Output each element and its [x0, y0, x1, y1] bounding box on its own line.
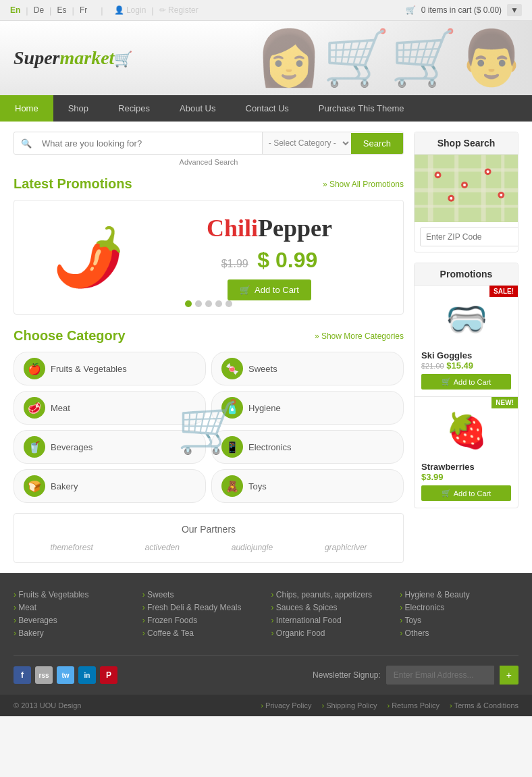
carousel-dots[interactable]: [185, 300, 232, 307]
footer-sauces[interactable]: Sauces & Spices: [271, 603, 390, 612]
hygiene-icon: 🧴: [221, 397, 243, 419]
footer-intl-food[interactable]: International Food: [271, 616, 390, 625]
promo-add-to-cart[interactable]: 🛒 Add to Cart: [228, 279, 311, 300]
partner-graphicriver: graphicriver: [325, 543, 367, 552]
footer-fruits-veg[interactable]: Fruits & Vegetables: [14, 590, 132, 599]
promo-product-image: 🌶️: [28, 223, 149, 291]
goggles-add-to-cart[interactable]: 🛒 Add to Cart: [421, 374, 511, 390]
facebook-icon[interactable]: f: [14, 666, 31, 684]
promotions-title: Latest Promotions: [14, 176, 132, 192]
lang-fr[interactable]: Fr: [80, 5, 87, 15]
category-bakery[interactable]: 🍞 Bakery: [14, 469, 206, 503]
category-electronics[interactable]: 📱 Electronics: [211, 430, 404, 464]
logo[interactable]: Supermarket🛒: [14, 47, 132, 69]
footer-sweets[interactable]: Sweets: [142, 590, 261, 599]
cart-icon-strawberries: 🛒: [442, 489, 451, 498]
zip-input[interactable]: [420, 227, 518, 246]
svg-rect-5: [415, 168, 518, 171]
sweets-label: Sweets: [248, 364, 277, 374]
category-select[interactable]: - Select Category -: [262, 132, 351, 154]
nav-shop[interactable]: Shop: [53, 95, 103, 122]
main-wrapper: 🔍 - Select Category - Search Advanced Se…: [0, 122, 532, 573]
content-area: 🔍 - Select Category - Search Advanced Se…: [0, 122, 532, 573]
rss-icon[interactable]: rss: [35, 666, 53, 684]
svg-point-17: [500, 194, 502, 196]
promo-product-name: ChiliPepper: [149, 214, 390, 242]
pinterest-icon[interactable]: P: [100, 666, 117, 684]
footer-chips[interactable]: Chips, peanuts, appetizers: [271, 590, 390, 599]
footer-others[interactable]: Others: [400, 628, 518, 638]
category-hygiene[interactable]: 🧴 Hygiene: [211, 391, 404, 425]
strawberries-price: $3.99: [421, 472, 444, 482]
footer-coffee[interactable]: Coffee & Tea: [142, 628, 261, 638]
footer-organic[interactable]: Organic Food: [271, 628, 390, 638]
social-icons: f rss tw in P: [14, 666, 117, 684]
strawberries-add-to-cart[interactable]: 🛒 Add to Cart: [421, 485, 511, 501]
search-input[interactable]: [38, 133, 262, 154]
nav-home[interactable]: Home: [0, 95, 53, 122]
login-link[interactable]: 👤 Login: [114, 5, 147, 15]
footer-bakery[interactable]: Bakery: [14, 628, 132, 638]
cart-summary[interactable]: 🛒 0 items in cart ($ 0.00) ▼: [406, 4, 522, 16]
linkedin-icon[interactable]: in: [78, 666, 96, 684]
footer-deli[interactable]: Fresh Deli & Ready Meals: [142, 603, 261, 612]
privacy-policy[interactable]: Privacy Policy: [261, 701, 311, 709]
advanced-search-link[interactable]: Advanced Search: [14, 158, 404, 166]
partner-activeden: activeden: [145, 543, 180, 552]
footer-meat[interactable]: Meat: [14, 603, 132, 612]
dot-1[interactable]: [185, 300, 192, 307]
newsletter-input[interactable]: [386, 666, 494, 685]
cart-dropdown-icon[interactable]: ▼: [507, 4, 522, 16]
show-more-categories[interactable]: » Show More Categories: [315, 331, 404, 341]
terms-conditions[interactable]: Terms & Conditions: [450, 701, 518, 709]
category-beverages[interactable]: 🥤 Beverages: [14, 430, 206, 464]
lang-es[interactable]: Es: [57, 5, 66, 15]
right-column: Shop Search: [414, 132, 518, 563]
svg-point-13: [487, 170, 489, 173]
promo-side-item-goggles: SALE! 🥽 Ski Goggles $21.00 $15.49 🛒 Add …: [415, 286, 518, 397]
category-meat[interactable]: 🥩 Meat: [14, 391, 206, 425]
dot-5[interactable]: [225, 300, 232, 307]
lang-de[interactable]: De: [34, 5, 44, 15]
footer-links: Fruits & Vegetables Meat Beverages Baker…: [14, 590, 518, 641]
nav-purchase[interactable]: Purchase This Theme: [304, 95, 419, 122]
category-header: Choose Category » Show More Categories: [14, 328, 404, 344]
footer-frozen[interactable]: Frozen Foods: [142, 616, 261, 625]
promotions-sidebar: Promotions SALE! 🥽 Ski Goggles $21.00 $1…: [414, 263, 518, 508]
cart-icon-btn: 🛒: [240, 285, 250, 295]
footer-hygiene[interactable]: Hygiene & Beauty: [400, 590, 518, 599]
shipping-policy[interactable]: Shipping Policy: [321, 701, 377, 709]
nav-contact[interactable]: Contact Us: [231, 95, 304, 122]
partners-title: Our Partners: [24, 524, 393, 535]
partners-logos: themeforest activeden audiojungle graphi…: [24, 543, 393, 552]
search-button[interactable]: Search: [351, 133, 403, 154]
fruits-veg-icon: 🍎: [24, 358, 45, 379]
partners-section: Our Partners themeforest activeden audio…: [14, 513, 404, 563]
footer-electronics[interactable]: Electronics: [400, 603, 518, 612]
returns-policy[interactable]: Returns Policy: [387, 701, 440, 709]
nav-about[interactable]: About Us: [165, 95, 230, 122]
lang-en[interactable]: En: [10, 5, 20, 15]
show-all-promotions[interactable]: » Show All Promotions: [323, 180, 404, 189]
left-column: 🔍 - Select Category - Search Advanced Se…: [14, 132, 404, 563]
newsletter-submit[interactable]: +: [500, 666, 518, 685]
twitter-icon[interactable]: tw: [57, 666, 74, 684]
cart-icon-goggles: 🛒: [442, 377, 451, 386]
footer-col-2: Sweets Fresh Deli & Ready Meals Frozen F…: [142, 590, 261, 641]
register-link[interactable]: ✏ Register: [159, 5, 198, 15]
category-toys[interactable]: 🧸 Toys: [211, 469, 404, 503]
promotions-sidebar-title: Promotions: [415, 263, 518, 286]
dot-3[interactable]: [205, 300, 212, 307]
dot-2[interactable]: [195, 300, 202, 307]
dot-4[interactable]: [215, 300, 222, 307]
language-switcher[interactable]: En | De | Es | Fr | 👤 Login | ✏ Register: [10, 5, 198, 16]
goggles-old-price: $21.00: [421, 362, 444, 370]
category-sweets[interactable]: 🍬 Sweets: [211, 352, 404, 385]
category-grid: 🍎 Fruits & Vegetables 🍬 Sweets 🥩 Meat 🧴: [14, 352, 404, 503]
footer-toys[interactable]: Toys: [400, 616, 518, 625]
category-fruits-veg[interactable]: 🍎 Fruits & Vegetables: [14, 352, 206, 385]
electronics-icon: 📱: [221, 436, 243, 458]
promotions-header: Latest Promotions » Show All Promotions: [14, 176, 404, 192]
nav-recipes[interactable]: Recipes: [103, 95, 165, 122]
footer-beverages[interactable]: Beverages: [14, 616, 132, 625]
